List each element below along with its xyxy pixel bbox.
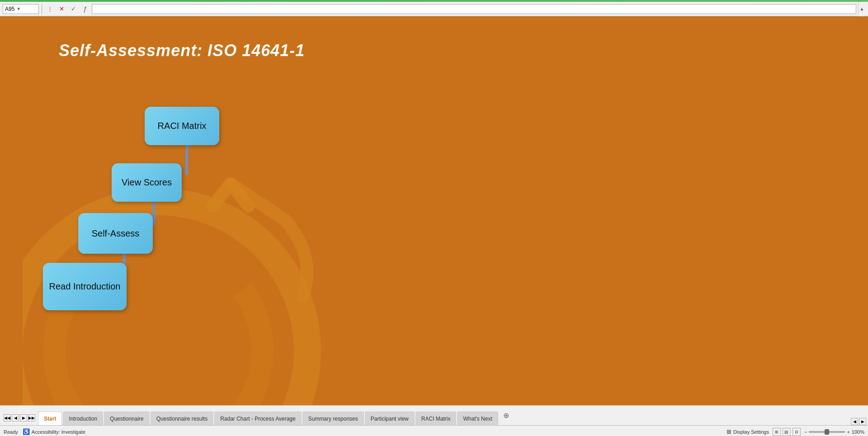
formula-input[interactable] [92,4,856,14]
tabs-right-scroll: ◀ ▶ [851,418,868,425]
self-assess-button[interactable]: Self-Assess [78,213,153,254]
tab-summary-responses[interactable]: Summary responses [302,412,364,425]
page-title: Self-Assessment: ISO 14641-1 [59,41,305,60]
tab-radar-chart[interactable]: Radar Chart - Process Average [214,412,302,425]
page-layout-view-icon[interactable]: ▤ [783,428,791,436]
zoom-in-icon[interactable]: + [847,429,849,435]
tabs-scroll-right[interactable]: ▶ [859,418,866,425]
sheet-tabs-bar: ◀◀ ◀ ▶ ▶▶ Start Introduction Questionnai… [0,405,868,425]
zoom-slider[interactable] [809,431,845,433]
tab-last-arrow[interactable]: ▶▶ [28,414,35,422]
status-bar: Ready ♿ Accessibility: Investigate ⊞ Dis… [0,425,868,436]
cell-ref-dropdown-icon[interactable]: ▼ [16,6,21,11]
tab-prev-arrow[interactable]: ◀ [12,414,19,422]
status-bar-right: ⊞ Display Settings ⊞ ▤ ⊟ − + 100% [726,428,864,436]
tab-participant-view[interactable]: Participant view [365,412,415,425]
page-break-view-icon[interactable]: ⊟ [793,428,801,436]
add-sheet-button[interactable]: ⊕ [501,410,512,421]
tab-questionnaire-results[interactable]: Questionnaire results [151,412,213,425]
accessibility-button[interactable]: ♿ Accessibility: Investigate [23,428,85,435]
tab-first-arrow[interactable]: ◀◀ [4,414,11,422]
display-settings-label: Display Settings [733,429,769,435]
tab-introduction[interactable]: Introduction [63,412,103,425]
read-introduction-button[interactable]: Read Introduction [43,263,127,310]
display-settings-button[interactable]: ⊞ Display Settings [726,428,769,435]
display-settings-icon: ⊞ [726,428,731,435]
zoom-bar: − + 100% [804,429,864,435]
formula-bar-divider [42,4,42,14]
tab-start[interactable]: Start [38,412,62,425]
excel-formula-bar: A95 ▼ ⋮ ✕ ✓ ƒ ▲ [0,2,868,16]
status-ready-text: Ready [4,429,18,435]
accessibility-icon: ♿ [23,428,30,435]
raci-matrix-button[interactable]: RACI Matrix [145,107,219,145]
zoom-out-icon[interactable]: − [804,429,807,435]
tab-whats-next[interactable]: What's Next [457,412,498,425]
tab-next-arrow[interactable]: ▶ [20,414,27,422]
tab-raci-matrix[interactable]: RACI Matrix [415,412,457,425]
tab-questionnaire[interactable]: Questionnaire [104,412,150,425]
cell-reference-box[interactable]: A95 ▼ [3,4,39,14]
tabs-scroll-left[interactable]: ◀ [851,418,858,425]
formula-bar-scroll[interactable]: ▲ [858,2,865,16]
formula-bar-menu-icon[interactable]: ⋮ [45,4,55,14]
view-mode-icons: ⊞ ▤ ⊟ [773,428,801,436]
cancel-formula-icon[interactable]: ✕ [57,4,66,14]
confirm-formula-icon[interactable]: ✓ [68,4,78,14]
normal-view-icon[interactable]: ⊞ [773,428,781,436]
insert-function-icon[interactable]: ƒ [80,4,90,14]
zoom-level-label: 100% [852,429,864,435]
cell-ref-text: A95 [5,6,14,12]
main-canvas: Self-Assessment: ISO 14641-1 Read Introd… [0,16,868,405]
accessibility-label: Accessibility: Investigate [32,429,85,435]
view-scores-button[interactable]: View Scores [112,163,182,202]
tab-navigation-arrows: ◀◀ ◀ ▶ ▶▶ [4,412,35,425]
